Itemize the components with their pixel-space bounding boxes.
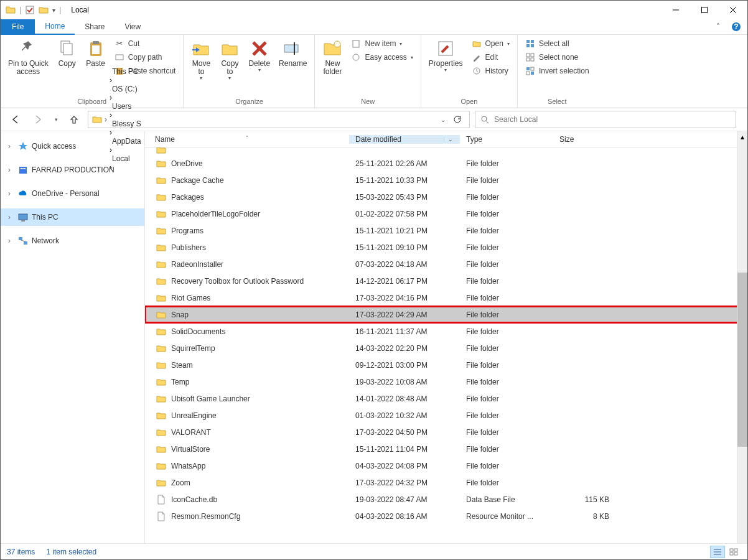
- checkbox-icon[interactable]: [25, 5, 35, 15]
- paste-button[interactable]: Paste: [82, 37, 110, 69]
- file-row[interactable]: Zoom17-03-2022 04:32 PMFile folder: [145, 474, 747, 491]
- copy-path-button[interactable]: Copy path: [111, 51, 180, 63]
- chevron-right-icon[interactable]: ›: [110, 76, 112, 85]
- file-row[interactable]: Resmon.ResmonCfg04-03-2022 08:16 AMResou…: [145, 508, 747, 525]
- file-row[interactable]: WhatsApp04-03-2022 04:08 PMFile folder: [145, 457, 747, 474]
- help-icon[interactable]: ?: [725, 22, 747, 32]
- details-view-button[interactable]: [710, 546, 725, 558]
- forward-button[interactable]: [29, 111, 47, 128]
- breadcrumb-item[interactable]: Users: [110, 102, 144, 111]
- scrollbar[interactable]: ▴: [737, 131, 747, 543]
- up-button[interactable]: [65, 111, 83, 128]
- file-row[interactable]: OneDrive25-11-2021 02:26 AMFile folder: [145, 155, 747, 172]
- search-icon: [480, 115, 489, 124]
- share-tab[interactable]: Share: [75, 19, 115, 35]
- file-name: RadeonInstaller: [171, 260, 223, 269]
- breadcrumb-item[interactable]: This PC: [110, 67, 144, 76]
- qat-dropdown-icon[interactable]: ▾: [52, 7, 55, 14]
- maximize-button[interactable]: [690, 1, 719, 19]
- file-row[interactable]: Recovery Toolbox for Outlook Password14-…: [145, 273, 747, 289]
- select-none-button[interactable]: Select none: [521, 51, 593, 63]
- file-row[interactable]: SquirrelTemp14-03-2022 02:20 PMFile fold…: [145, 340, 747, 357]
- nav-farrad[interactable]: ›FARRAD PRODUCTION: [1, 161, 144, 179]
- file-row[interactable]: Ubisoft Game Launcher14-01-2022 08:48 AM…: [145, 390, 747, 407]
- file-row[interactable]: Publishers15-11-2021 09:10 PMFile folder: [145, 239, 747, 256]
- file-row[interactable]: Snap17-03-2022 04:29 AMFile folder: [145, 306, 747, 323]
- file-type: File folder: [460, 260, 553, 269]
- new-folder-button[interactable]: New folder: [319, 37, 346, 77]
- col-size[interactable]: Size: [553, 135, 615, 144]
- file-row-clipped[interactable]: [145, 147, 747, 155]
- qat-sep: |: [19, 6, 21, 14]
- search-input[interactable]: [494, 115, 731, 124]
- file-name: UnrealEngine: [171, 411, 217, 420]
- new-item-icon: [351, 39, 361, 49]
- file-row[interactable]: Temp19-03-2022 10:08 AMFile folder: [145, 373, 747, 390]
- file-row[interactable]: RadeonInstaller07-03-2022 04:18 AMFile f…: [145, 256, 747, 273]
- back-button[interactable]: [7, 111, 24, 128]
- pc-icon: [18, 212, 28, 222]
- file-row[interactable]: Packages15-03-2022 05:43 PMFile folder: [145, 189, 747, 205]
- svg-rect-19: [353, 40, 359, 47]
- file-row[interactable]: SolidDocuments16-11-2021 11:37 AMFile fo…: [145, 323, 747, 340]
- file-icon: [156, 495, 166, 505]
- invert-selection-button[interactable]: Invert selection: [521, 65, 593, 77]
- breadcrumb-item[interactable]: Blessy S: [110, 119, 144, 128]
- select-all-button[interactable]: Select all: [521, 37, 593, 50]
- file-row[interactable]: Steam09-12-2021 03:00 PMFile folder: [145, 357, 747, 373]
- cut-button[interactable]: ✂Cut: [111, 37, 180, 50]
- col-date[interactable]: Date modified⌄: [349, 135, 460, 144]
- chevron-right-icon[interactable]: ›: [110, 111, 112, 119]
- file-tab[interactable]: File: [1, 19, 35, 35]
- search-box[interactable]: [475, 111, 736, 128]
- rename-button[interactable]: Rename: [275, 37, 311, 69]
- nav-this-pc[interactable]: ›This PC: [1, 208, 144, 226]
- delete-button[interactable]: Delete▾: [245, 37, 274, 75]
- file-row[interactable]: VirtualStore15-11-2021 11:04 PMFile fold…: [145, 441, 747, 457]
- file-row[interactable]: VALORANT17-03-2022 04:50 PMFile folder: [145, 424, 747, 441]
- col-type[interactable]: Type: [460, 135, 553, 144]
- chevron-right-icon[interactable]: ›: [105, 115, 107, 124]
- copy-to-button[interactable]: Copy to▾: [216, 37, 243, 83]
- col-name[interactable]: ˄Name: [145, 135, 349, 144]
- nav-quick-access[interactable]: ›Quick access: [1, 138, 144, 155]
- address-dropdown-icon[interactable]: ⌄: [441, 116, 446, 123]
- scroll-up-icon[interactable]: ▴: [737, 131, 747, 142]
- scroll-thumb[interactable]: [737, 273, 747, 447]
- group-label-organize: Organize: [235, 98, 263, 106]
- copy-button[interactable]: Copy: [54, 37, 81, 69]
- recent-dropdown-icon[interactable]: ▾: [52, 111, 60, 128]
- chevron-right-icon[interactable]: ›: [110, 93, 112, 102]
- move-to-button[interactable]: Move to▾: [187, 37, 215, 83]
- collapse-ribbon-icon[interactable]: ˄: [711, 22, 725, 31]
- new-item-button[interactable]: New item ▾: [347, 37, 416, 50]
- properties-button[interactable]: Properties▾: [425, 37, 467, 75]
- home-tab[interactable]: Home: [35, 19, 75, 35]
- file-row[interactable]: PlaceholderTileLogoFolder01-02-2022 07:5…: [145, 205, 747, 222]
- file-row[interactable]: Package Cache15-11-2021 10:33 PMFile fol…: [145, 172, 747, 189]
- group-open: Properties▾ Open ▾ Edit History Open: [421, 35, 518, 108]
- open-button[interactable]: Open ▾: [468, 37, 513, 50]
- pin-quick-access-button[interactable]: Pin to Quick access: [4, 37, 52, 77]
- address-bar[interactable]: › This PC›OS (C:)›Users›Blessy S›AppData…: [88, 111, 470, 128]
- easy-access-button[interactable]: Easy access ▾: [347, 51, 416, 63]
- edit-button[interactable]: Edit: [468, 51, 513, 63]
- new-folder-icon: [322, 39, 342, 58]
- nav-network[interactable]: ›Network: [1, 232, 144, 250]
- minimize-button[interactable]: [662, 1, 690, 19]
- thumbnails-view-button[interactable]: [726, 546, 741, 558]
- move-to-icon: [191, 39, 211, 58]
- file-row[interactable]: Programs15-11-2021 10:21 PMFile folder: [145, 222, 747, 239]
- view-tab[interactable]: View: [115, 19, 151, 35]
- nav-onedrive[interactable]: ›OneDrive - Personal: [1, 185, 144, 202]
- file-row[interactable]: UnrealEngine01-03-2022 10:32 AMFile fold…: [145, 407, 747, 424]
- file-row[interactable]: IconCache.db19-03-2022 08:47 AMData Base…: [145, 491, 747, 508]
- svg-rect-32: [531, 67, 534, 70]
- refresh-button[interactable]: [449, 115, 465, 124]
- file-row[interactable]: Riot Games17-03-2022 04:16 PMFile folder: [145, 289, 747, 306]
- svg-rect-30: [531, 58, 534, 61]
- breadcrumb-item[interactable]: OS (C:): [110, 85, 144, 93]
- file-type: File folder: [460, 394, 553, 403]
- close-button[interactable]: [719, 1, 747, 19]
- history-button[interactable]: History: [468, 65, 513, 77]
